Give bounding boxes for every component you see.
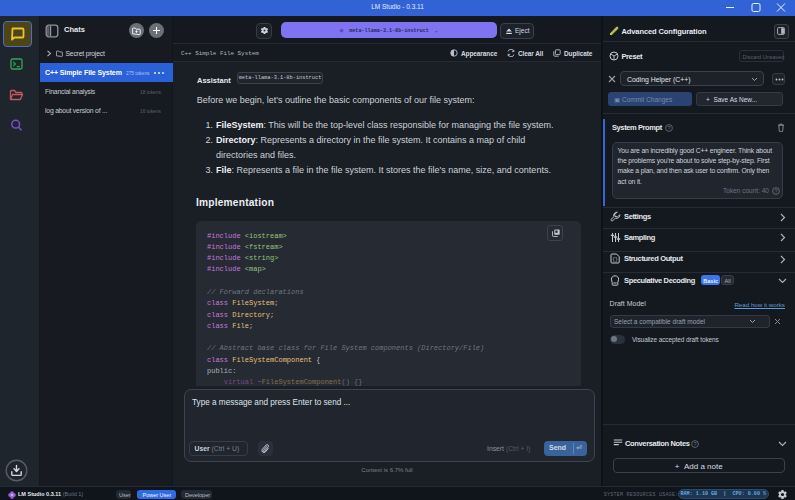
svg-text:?: ?	[774, 188, 777, 194]
svg-text:?: ?	[693, 441, 696, 447]
svg-text:{}: {}	[612, 257, 618, 262]
svg-text:?: ?	[667, 125, 670, 131]
